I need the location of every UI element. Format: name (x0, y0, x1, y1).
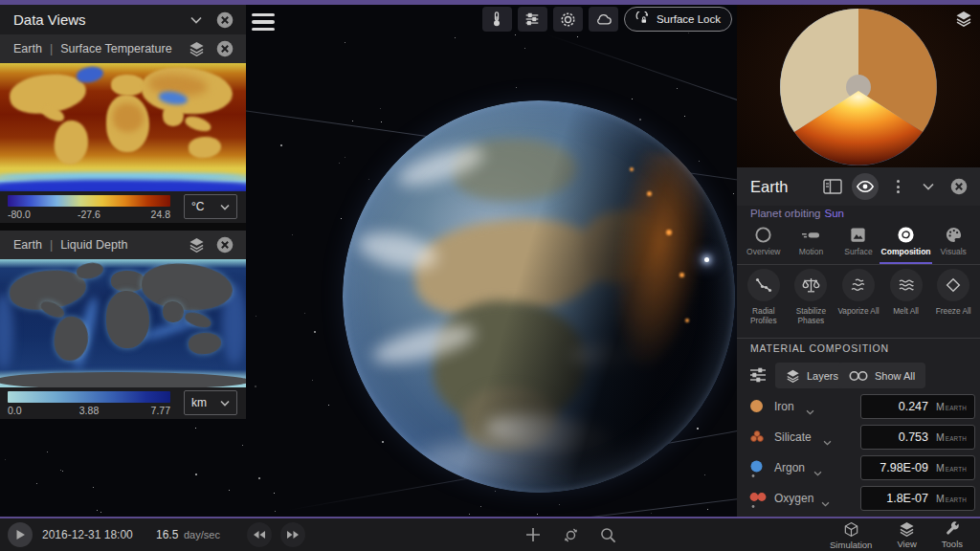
temperature-gradient-bar (8, 195, 170, 207)
temperature-scale: -80.0 -27.6 24.8 °C (0, 191, 246, 223)
sim-speed-unit: day/sec (184, 529, 220, 540)
search-button[interactable] (596, 523, 619, 546)
simulation-settings-button[interactable] (553, 7, 583, 32)
rewind-icon (253, 530, 266, 540)
material-row-silicate[interactable]: Silicate 0.753 M EARTH (737, 422, 980, 452)
expand-material-button[interactable] (813, 465, 822, 479)
thermometer-icon (488, 11, 505, 28)
material-value-field[interactable]: 0.247 M EARTH (860, 394, 975, 419)
properties-panel-button[interactable] (821, 175, 844, 198)
materials-list: Iron 0.247 M EARTH Silicate (737, 391, 980, 514)
temperature-unit-dropdown[interactable]: °C (184, 194, 237, 219)
depth-gradient-bar (8, 391, 170, 403)
kebab-icon (897, 180, 900, 193)
freeze-all-button[interactable]: Freeze All (929, 269, 977, 326)
material-row-oxygen[interactable]: Oxygen 1.8E-07 M EARTH (737, 483, 980, 514)
divider (737, 264, 980, 265)
collapse-panel-button[interactable] (185, 10, 208, 31)
liquid-depth-map[interactable] (0, 259, 246, 387)
clouds-toggle-button[interactable] (589, 7, 618, 32)
expand-material-button[interactable] (806, 404, 814, 418)
chevron-down-icon (923, 183, 934, 190)
tab-surface[interactable]: Surface (835, 223, 882, 264)
filter-sliders-button[interactable] (748, 365, 768, 387)
show-all-icon (849, 370, 868, 382)
view-object: Earth (13, 238, 42, 252)
sim-speed-value[interactable]: 16.5 (156, 528, 178, 541)
add-object-button[interactable] (522, 523, 545, 546)
tools-menu-button[interactable]: Tools (936, 519, 969, 550)
fast-forward-icon (286, 530, 300, 540)
surface-lock-button[interactable]: Surface Lock (624, 7, 732, 32)
close-icon (216, 236, 234, 253)
expand-material-button[interactable] (821, 496, 830, 510)
top-accent-bar (0, 0, 980, 5)
time-toolbar: 2016-12-31 18:00 16.5 day/sec (0, 518, 980, 551)
tab-visuals[interactable]: Visuals (929, 223, 977, 264)
view-name: Liquid Depth (60, 238, 127, 252)
chase-camera-button[interactable] (559, 523, 582, 546)
datetime-field[interactable]: 2016-12-31 18:00 (42, 528, 133, 541)
chevron-down-icon (190, 16, 202, 24)
view-layers-button[interactable] (185, 38, 208, 59)
freeze-diamond-icon (937, 269, 969, 301)
material-value-field[interactable]: 1.8E-07 M EARTH (860, 486, 975, 511)
scale-min: -80.0 (8, 209, 31, 220)
liquid-depth-scale: 0.0 3.88 7.77 km (0, 387, 246, 419)
material-row-argon[interactable]: Argon 7.98E-09 M EARTH (737, 452, 980, 483)
separator: | (50, 42, 53, 55)
close-view-button[interactable] (213, 38, 236, 59)
material-name: Iron (774, 400, 794, 413)
scale-mid: 3.88 (79, 405, 99, 416)
material-controls: Layers Show All (737, 363, 980, 389)
earth-globe[interactable] (343, 100, 735, 493)
close-panel-button[interactable] (213, 10, 236, 31)
unit-label: km (191, 396, 207, 409)
collapse-object-panel-button[interactable] (917, 175, 940, 198)
play-icon (15, 529, 26, 540)
menu-button[interactable] (251, 11, 276, 33)
radial-profiles-button[interactable]: Radial Profiles (740, 269, 788, 326)
data-views-button[interactable] (518, 7, 547, 32)
show-all-button[interactable]: Show All (838, 363, 925, 388)
melt-all-button[interactable]: Melt All (882, 269, 930, 326)
expand-material-button[interactable] (823, 434, 832, 449)
parent-body-link[interactable]: Sun (825, 208, 844, 219)
simulation-menu-button[interactable]: Simulation (824, 519, 878, 550)
view-layers-button[interactable] (185, 234, 208, 255)
plus-icon (525, 527, 541, 542)
visibility-button[interactable] (852, 173, 879, 200)
view-header-liquid-depth: Earth | Liquid Depth (0, 231, 246, 259)
view-header-surface-temperature: Earth | Surface Temperature (0, 34, 246, 63)
object-tabs: Overview Motion Surface Composition (740, 223, 977, 264)
temperature-overlay-button[interactable] (482, 7, 512, 32)
bright-star (704, 257, 709, 262)
play-pause-button[interactable] (8, 522, 33, 547)
material-value-field[interactable]: 7.98E-09 M EARTH (860, 455, 975, 480)
tab-overview[interactable]: Overview (740, 223, 788, 264)
slow-down-button[interactable] (247, 522, 272, 547)
more-options-button[interactable] (886, 175, 909, 198)
material-row-iron[interactable]: Iron 0.247 M EARTH (737, 391, 980, 422)
layers-icon[interactable] (955, 11, 972, 27)
tab-composition[interactable]: Composition (882, 223, 930, 264)
material-name: Oxygen (774, 492, 813, 505)
object-panel: Earth (737, 5, 980, 517)
speed-up-button[interactable] (280, 522, 305, 547)
object-subtitle: Planet orbitingSun (750, 208, 844, 219)
data-views-title: Data Views (13, 11, 179, 28)
layers-icon (189, 237, 205, 253)
depth-unit-dropdown[interactable]: km (184, 390, 237, 415)
temperature-map[interactable] (0, 63, 246, 191)
tab-motion[interactable]: Motion (788, 223, 835, 264)
melt-waves-icon (890, 269, 923, 301)
view-menu-button[interactable]: View (891, 519, 922, 550)
search-icon (600, 527, 616, 543)
vaporize-all-button[interactable]: Vaporize All (835, 269, 882, 326)
close-view-button[interactable] (213, 234, 236, 255)
stabilize-phases-button[interactable]: Stabilize Phases (788, 269, 835, 326)
close-object-panel-button[interactable] (947, 175, 970, 198)
material-value-field[interactable]: 0.753 M EARTH (860, 425, 975, 450)
cloud-icon (594, 11, 612, 29)
chevron-down-icon (813, 471, 822, 476)
